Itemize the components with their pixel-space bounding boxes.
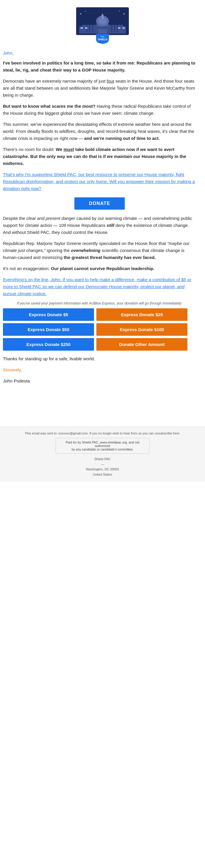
p8-overwhelming: overwhelming	[71, 248, 100, 253]
sincerely: Sincerely,	[3, 366, 196, 373]
shield-pac-link[interactable]: That's why I'm supporting Shield PAC, ou…	[3, 172, 195, 191]
express-donate-250-button[interactable]: Express Donate $250	[3, 338, 94, 351]
word-four: four	[107, 79, 114, 84]
p3-bold: But want to know what scares me the most…	[3, 104, 96, 108]
svg-rect-16	[80, 27, 83, 29]
header-logo: ★ ★ ★ ★ SHIELD PAC	[0, 0, 205, 48]
svg-text:★: ★	[85, 10, 86, 12]
svg-text:★: ★	[119, 10, 120, 12]
express-info-text: If you've saved your payment information…	[3, 301, 196, 305]
must-text: must	[63, 147, 74, 152]
paragraph-10-link: Everything's on the line, John. If you w…	[3, 276, 196, 297]
donate-other-amount-button[interactable]: Donate Other Amount	[96, 338, 187, 351]
salutation: John,	[3, 51, 196, 56]
paragraph-3: But want to know what scares me the most…	[3, 103, 196, 117]
closing-text: Thanks for standing up for a safe, livab…	[3, 355, 196, 362]
svg-point-7	[98, 18, 107, 24]
svg-text:SHIELD: SHIELD	[98, 38, 107, 41]
p7-italic: clear and present danger	[26, 216, 75, 221]
express-donate-100-button[interactable]: Express Donate $100	[96, 323, 187, 336]
donate-main-button[interactable]: DONATE	[74, 197, 125, 210]
email-body: John, I've been involved in politics for…	[0, 48, 205, 395]
paragraph-1: I've been involved in politics for a lon…	[3, 60, 196, 73]
org-name: Shield PAC	[9, 457, 196, 462]
paid-for-line1: Paid for by Shield PAC, www.shieldpac.or…	[62, 440, 143, 447]
address-city: Washington, DC 20002	[9, 467, 196, 472]
p1-text: I've been involved in politics for a lon…	[3, 60, 195, 72]
logo-container: ★ ★ ★ ★ SHIELD PAC	[70, 6, 135, 45]
paragraph-2: Democrats have an extremely narrow major…	[3, 78, 196, 99]
svg-rect-9	[102, 14, 103, 16]
footer-address: Shield PAC — Washington, DC 20002 United…	[9, 457, 196, 477]
p8-bold-end: the greatest threat humanity has ever fa…	[64, 255, 156, 260]
unsubscribe-text: This email was sent to: xxxxxxx@gmail.co…	[9, 432, 196, 435]
svg-rect-19	[122, 27, 125, 29]
express-donate-50-button[interactable]: Express Donate $50	[3, 323, 94, 336]
bottom-spacer	[0, 482, 205, 657]
planet-italic: and	[177, 284, 184, 289]
svg-text:PAC: PAC	[100, 36, 105, 38]
shield-pac-logo: ★ ★ ★ ★ SHIELD PAC	[70, 6, 135, 44]
svg-rect-4	[98, 29, 107, 34]
everything-link[interactable]: Everything's on the line, John. If you w…	[3, 277, 191, 296]
email-footer: This email was sent to: xxxxxxx@gmail.co…	[0, 427, 205, 482]
p9-bold: Our planet cannot survive Republican lea…	[51, 266, 154, 271]
paragraph-8: Republican Rep. Marjorie Taylor Greene r…	[3, 240, 196, 261]
svg-text:★: ★	[80, 12, 82, 15]
address-country: United States	[9, 472, 196, 477]
svg-rect-12	[92, 25, 93, 32]
paragraph-5: There's no room for doubt: We must take …	[3, 146, 196, 167]
svg-text:★: ★	[123, 12, 125, 15]
svg-rect-11	[89, 25, 90, 32]
paragraph-6-link: That's why I'm supporting Shield PAC, ou…	[3, 171, 196, 192]
donate-button-wrapper: DONATE	[3, 197, 196, 210]
p5-bold: We must take bold climate action now if …	[3, 147, 186, 166]
paid-for-line2: by any candidate or candidate's committe…	[62, 447, 143, 451]
express-donate-25-button[interactable]: Express Donate $25	[96, 308, 187, 321]
p1-bold: I've been involved in politics for a lon…	[3, 60, 195, 72]
express-donate-5-button[interactable]: Express Donate $5	[3, 308, 94, 321]
spacer	[0, 395, 205, 418]
paid-for-box: Paid for by Shield PAC, www.shieldpac.or…	[56, 438, 149, 454]
email-wrapper: ★ ★ ★ ★ SHIELD PAC John, I've been invol…	[0, 0, 205, 657]
svg-rect-13	[111, 25, 112, 32]
svg-rect-18	[118, 27, 120, 29]
express-donate-grid: Express Donate $5 Express Donate $25 Exp…	[3, 308, 187, 351]
paragraph-4: This summer, we've experienced the devas…	[3, 121, 196, 142]
paragraph-7: Despite the clear and present danger cau…	[3, 215, 196, 236]
svg-rect-17	[85, 27, 87, 29]
p4-bold: and we're running out of time to act.	[84, 136, 160, 141]
paragraph-9: It's not an exaggeration: Our planet can…	[3, 265, 196, 272]
signature: John Podesta	[3, 377, 196, 384]
address-separator: —	[9, 462, 196, 467]
svg-rect-14	[114, 25, 115, 32]
p7-still: still	[107, 223, 114, 228]
svg-rect-15	[117, 25, 118, 32]
